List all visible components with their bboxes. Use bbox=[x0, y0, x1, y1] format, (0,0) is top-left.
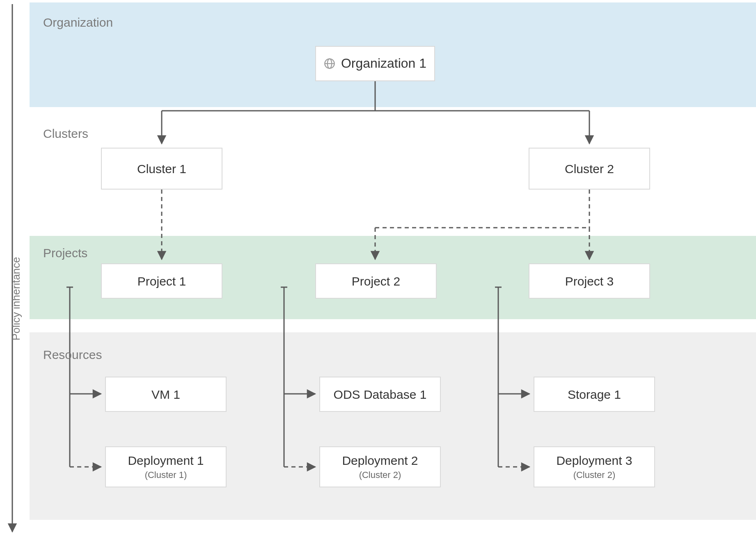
node-deployment-1: Deployment 1 (Cluster 1) bbox=[105, 446, 227, 487]
node-cluster2-label: Cluster 2 bbox=[565, 162, 614, 176]
node-organization-1: Organization 1 bbox=[315, 46, 435, 81]
node-deployment-2: Deployment 2 (Cluster 2) bbox=[319, 446, 441, 487]
node-project-3: Project 3 bbox=[529, 263, 650, 299]
node-ods-database-1: ODS Database 1 bbox=[319, 377, 441, 412]
section-label-clusters: Clusters bbox=[43, 127, 88, 141]
node-cluster-2: Cluster 2 bbox=[529, 148, 650, 190]
node-deployment2-title: Deployment 2 bbox=[342, 454, 418, 467]
node-deployment1-title: Deployment 1 bbox=[128, 454, 204, 467]
section-label-resources: Resources bbox=[43, 348, 102, 362]
node-cluster1-label: Cluster 1 bbox=[137, 162, 186, 176]
node-vm1-label: VM 1 bbox=[151, 388, 180, 401]
node-storage1-label: Storage 1 bbox=[568, 388, 621, 401]
node-odsdb1-label: ODS Database 1 bbox=[334, 388, 427, 401]
node-deployment-3: Deployment 3 (Cluster 2) bbox=[534, 446, 655, 487]
diagram-canvas: Policy inheritance Organization Clusters… bbox=[0, 0, 756, 544]
section-label-organization: Organization bbox=[43, 16, 113, 30]
node-project2-label: Project 2 bbox=[352, 274, 400, 288]
node-cluster-1: Cluster 1 bbox=[101, 148, 222, 190]
node-storage-1: Storage 1 bbox=[534, 377, 655, 412]
node-project-1: Project 1 bbox=[101, 263, 222, 299]
axis-label: Policy inheritance bbox=[10, 257, 23, 341]
band-resources bbox=[30, 332, 756, 520]
node-deployment2-sub: (Cluster 2) bbox=[359, 470, 401, 480]
node-project1-label: Project 1 bbox=[137, 274, 186, 288]
section-label-projects: Projects bbox=[43, 246, 87, 260]
node-org1-label: Organization 1 bbox=[341, 56, 426, 71]
node-project3-label: Project 3 bbox=[565, 274, 614, 288]
node-project-2: Project 2 bbox=[315, 263, 437, 299]
node-deployment3-sub: (Cluster 2) bbox=[573, 470, 616, 480]
node-deployment3-title: Deployment 3 bbox=[556, 454, 632, 467]
node-vm-1: VM 1 bbox=[105, 377, 227, 412]
node-deployment1-sub: (Cluster 1) bbox=[145, 470, 187, 480]
globe-icon bbox=[324, 58, 335, 69]
